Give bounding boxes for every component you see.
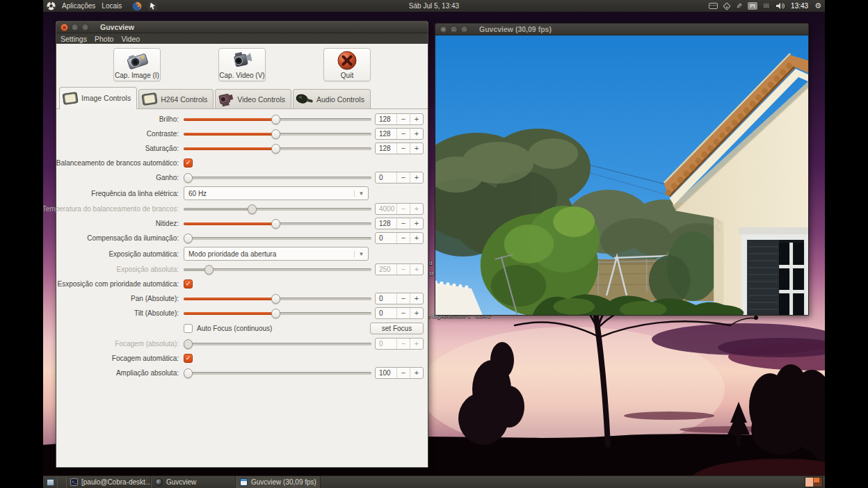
firefox-launcher-icon[interactable]	[132, 1, 142, 11]
spinbox[interactable]: 128 − +	[375, 113, 424, 125]
decrement-button[interactable]: −	[396, 218, 410, 229]
workspace-switcher[interactable]	[805, 477, 823, 487]
maximize-icon[interactable]: ▫	[460, 26, 468, 33]
input-method-icon[interactable]	[723, 2, 730, 10]
checkbox[interactable]: ✓	[184, 158, 193, 168]
taskbar-item[interactable]: Guvcview	[151, 476, 236, 488]
decrement-button[interactable]: −	[396, 143, 410, 154]
mail-icon[interactable]: ✉	[764, 2, 769, 10]
volume-icon[interactable]	[775, 2, 785, 10]
slider-thumb[interactable]	[248, 204, 257, 214]
slider[interactable]	[184, 265, 371, 275]
increment-button[interactable]: +	[410, 172, 423, 183]
language-indicator[interactable]: Pt	[748, 2, 757, 10]
dropdown[interactable]: 60 Hz ▼	[184, 186, 369, 200]
dropdown[interactable]: Modo prioridade da abertura ▼	[184, 247, 369, 261]
increment-button[interactable]: +	[410, 129, 423, 139]
minimize-icon[interactable]: –	[71, 24, 79, 31]
taskbar-item[interactable]: >_[paulo@Cobra-deskt...	[66, 476, 151, 488]
applications-menu[interactable]: Aplicações	[62, 2, 95, 10]
tab-video-controls[interactable]: Video Controls	[215, 89, 291, 108]
slider-thumb[interactable]	[184, 339, 193, 349]
quit-button[interactable]: Quit	[323, 48, 371, 81]
spinbox[interactable]: 128 − +	[375, 143, 424, 154]
spinbox[interactable]: 250 − +	[375, 263, 424, 275]
gear-icon[interactable]: ⚙	[814, 1, 821, 10]
desktop-icon-label[interactable]: d	[429, 260, 432, 266]
workspace-2[interactable]	[814, 478, 822, 487]
spinbox[interactable]: 0 − +	[375, 293, 424, 304]
increment-button[interactable]: +	[410, 264, 423, 275]
auto-focus-checkbox[interactable]	[184, 324, 193, 333]
decrement-button[interactable]: −	[396, 233, 410, 243]
minimize-icon[interactable]: –	[450, 26, 458, 33]
checkbox[interactable]: ✓	[184, 354, 193, 363]
decrement-button[interactable]: −	[396, 172, 410, 183]
slider-thumb[interactable]	[271, 115, 280, 124]
increment-button[interactable]: +	[410, 293, 423, 304]
ubuntu-logo-icon[interactable]	[47, 1, 56, 10]
slider-thumb[interactable]	[204, 265, 214, 275]
slider[interactable]	[184, 294, 371, 304]
tab-h264-controls[interactable]: H264 Controls	[138, 89, 214, 108]
slider-thumb[interactable]	[184, 173, 193, 183]
slider-thumb[interactable]	[271, 309, 280, 318]
workspace-1[interactable]	[805, 478, 814, 487]
decrement-button[interactable]: −	[396, 308, 410, 318]
window-titlebar[interactable]: ✕ – ▫ Guvcview	[56, 22, 428, 33]
slider[interactable]	[184, 144, 371, 154]
show-desktop-button[interactable]	[43, 476, 58, 488]
slider[interactable]	[184, 129, 371, 139]
slider-thumb[interactable]	[184, 368, 193, 378]
increment-button[interactable]: +	[410, 218, 423, 229]
capture-image-button[interactable]: Cap. Image (I)	[113, 48, 161, 81]
set-focus-button[interactable]: set Focus	[370, 323, 424, 334]
increment-button[interactable]: +	[410, 339, 423, 349]
spinbox[interactable]: 128 − +	[375, 128, 424, 140]
slider[interactable]	[184, 204, 371, 214]
clock-date[interactable]: Sáb Jul 5, 13:43	[409, 2, 459, 10]
decrement-button[interactable]: −	[396, 339, 410, 349]
spinbox[interactable]: 0 − +	[375, 307, 424, 319]
decrement-button[interactable]: −	[396, 114, 410, 124]
spinbox[interactable]: 0 − +	[375, 232, 424, 244]
checkbox[interactable]: ✓	[184, 279, 193, 288]
increment-button[interactable]: +	[410, 233, 423, 243]
slider-thumb[interactable]	[184, 234, 193, 243]
slider-thumb[interactable]	[271, 144, 280, 154]
decrement-button[interactable]: −	[396, 264, 410, 275]
clock-time[interactable]: 13:43	[791, 2, 808, 10]
slider[interactable]	[184, 219, 371, 229]
slider[interactable]	[184, 115, 371, 124]
capture-video-button[interactable]: Cap. Video (V)	[218, 48, 266, 81]
tab-image-controls[interactable]: Image Controls	[59, 87, 137, 109]
slider[interactable]	[184, 368, 371, 378]
decrement-button[interactable]: −	[396, 368, 410, 378]
decrement-button[interactable]: −	[396, 293, 410, 304]
pen-icon[interactable]: ✎	[734, 3, 742, 8]
spinbox[interactable]: 4000 − +	[375, 203, 424, 215]
decrement-button[interactable]: −	[396, 129, 410, 139]
window-titlebar[interactable]: ✕ – ▫ Guvcview (30,09 fps)	[435, 24, 808, 35]
increment-button[interactable]: +	[410, 368, 423, 378]
app-launcher-icon[interactable]	[148, 1, 157, 10]
menu-item-video[interactable]: Video	[121, 35, 140, 43]
desktop-icon-label[interactable]: st	[429, 270, 433, 277]
keyboard-icon[interactable]	[709, 3, 718, 9]
spinbox[interactable]: 128 − +	[375, 218, 424, 229]
slider-thumb[interactable]	[271, 294, 280, 304]
increment-button[interactable]: +	[410, 143, 423, 154]
decrement-button[interactable]: −	[396, 204, 410, 214]
close-icon[interactable]: ✕	[61, 24, 68, 31]
slider-thumb[interactable]	[271, 129, 280, 139]
menu-item-photo[interactable]: Photo	[95, 35, 113, 43]
increment-button[interactable]: +	[410, 204, 423, 214]
menu-item-settings[interactable]: Settings	[61, 35, 87, 43]
slider-thumb[interactable]	[271, 219, 280, 229]
maximize-icon[interactable]: ▫	[81, 24, 89, 31]
slider[interactable]	[184, 339, 371, 349]
tab-audio-controls[interactable]: Audio Controls	[293, 89, 371, 108]
slider[interactable]	[184, 173, 371, 183]
spinbox[interactable]: 100 − +	[375, 367, 424, 379]
close-icon[interactable]: ✕	[440, 26, 447, 33]
